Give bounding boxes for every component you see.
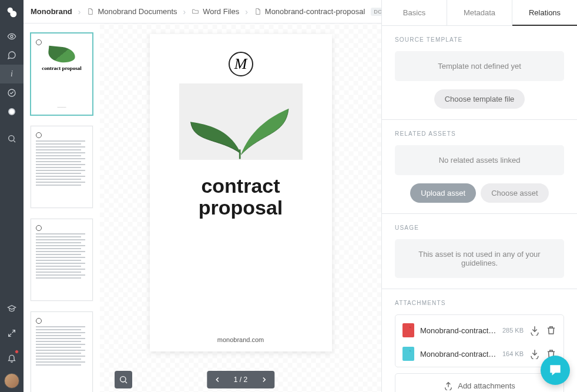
- document-viewer: M contractproposal: [100, 24, 381, 392]
- sidebar-academy-icon[interactable]: [0, 299, 24, 318]
- thumbnail-page-1[interactable]: contract proposal ———: [31, 33, 93, 115]
- related-assets-title: RELATED ASSETS: [395, 130, 564, 137]
- related-assets-empty: No related assets linked: [395, 145, 564, 175]
- usage-title: USAGE: [395, 225, 564, 231]
- attachments-title: ATTACHMENTS: [395, 300, 564, 306]
- folder-icon: [192, 8, 199, 15]
- viewer-pager: 1 / 2: [207, 371, 274, 388]
- indd-file-icon: [402, 347, 414, 361]
- document-icon: [86, 8, 94, 15]
- related-assets-section: RELATED ASSETS No related assets linked …: [382, 120, 577, 214]
- thumbnail-page-4[interactable]: [31, 311, 93, 392]
- thumbnail-page-3[interactable]: [31, 219, 93, 301]
- breadcrumb-item-docs[interactable]: Monobrand Documents: [86, 7, 177, 16]
- sidebar-expand-icon[interactable]: [0, 324, 24, 343]
- attachment-row: Monobrand-contract-propos... 164 KB: [402, 342, 556, 366]
- user-avatar[interactable]: [4, 373, 19, 388]
- breadcrumb: Monobrand › Monobrand Documents › Word F…: [24, 0, 381, 24]
- panel-tabs: Basics Metadata Relations: [382, 0, 577, 26]
- tab-basics[interactable]: Basics: [382, 0, 447, 25]
- details-panel: Basics Metadata Relations SOURCE TEMPLAT…: [381, 0, 577, 392]
- attachment-name[interactable]: Monobrand-contract-propo...: [420, 326, 497, 335]
- pager-indicator: 1 / 2: [228, 376, 253, 384]
- sidebar-search-icon[interactable]: [0, 129, 24, 148]
- brand-logo: M: [229, 52, 253, 76]
- choose-template-button[interactable]: Choose template file: [434, 89, 525, 109]
- download-icon[interactable]: [529, 325, 540, 336]
- tab-relations[interactable]: Relations: [512, 0, 577, 26]
- sidebar-check-icon[interactable]: [0, 83, 24, 102]
- source-template-section: SOURCE TEMPLATE Template not defined yet…: [382, 26, 577, 120]
- attachment-size: 285 KB: [502, 327, 524, 334]
- add-attachments-button[interactable]: Add attachments: [395, 373, 564, 392]
- thumbnail-page-2[interactable]: [31, 126, 93, 208]
- usage-empty: This asset is not used in any of your gu…: [395, 239, 564, 278]
- sidebar-record-icon[interactable]: [0, 102, 24, 121]
- notification-dot: [15, 350, 19, 354]
- thumbnail-strip: contract proposal ———: [24, 24, 100, 392]
- chat-launcher-button[interactable]: [541, 356, 570, 385]
- app-logo-icon: [5, 6, 18, 19]
- attachment-row: Monobrand-contract-propo... 285 KB: [402, 319, 556, 342]
- upload-asset-button[interactable]: Upload asset: [410, 183, 476, 203]
- attachment-size: 164 KB: [502, 350, 524, 357]
- breadcrumb-item-folder[interactable]: Word Files: [192, 7, 239, 16]
- document-page: M contractproposal: [150, 34, 332, 351]
- pdf-file-icon: [402, 323, 414, 337]
- svg-point-4: [9, 136, 14, 141]
- choose-asset-button[interactable]: Choose asset: [481, 183, 549, 203]
- pager-next-button[interactable]: [253, 371, 274, 388]
- chat-icon: [548, 363, 563, 378]
- zoom-button[interactable]: [115, 371, 132, 388]
- document-footer: monobrand.com: [217, 319, 264, 343]
- document-icon: [254, 8, 261, 15]
- hero-image: [179, 83, 303, 160]
- svg-point-2: [11, 35, 13, 38]
- source-template-empty: Template not defined yet: [395, 51, 564, 81]
- source-template-title: SOURCE TEMPLATE: [395, 36, 564, 43]
- sidebar-notifications-icon[interactable]: [0, 349, 24, 367]
- pager-prev-button[interactable]: [207, 371, 228, 388]
- breadcrumb-root[interactable]: Monobrand: [31, 7, 72, 16]
- attachment-name[interactable]: Monobrand-contract-propos...: [420, 350, 497, 359]
- sidebar-comment-icon[interactable]: [0, 46, 24, 65]
- tab-metadata[interactable]: Metadata: [447, 0, 512, 25]
- svg-point-5: [120, 377, 126, 382]
- download-icon[interactable]: [529, 349, 540, 359]
- breadcrumb-item-file[interactable]: Monobrand-contract-proposal: [254, 7, 365, 16]
- document-title: contractproposal: [199, 175, 283, 219]
- left-sidebar: i: [0, 0, 24, 392]
- svg-point-1: [10, 11, 16, 17]
- usage-section: USAGE This asset is not used in any of y…: [382, 214, 577, 289]
- delete-icon[interactable]: [546, 325, 556, 336]
- sidebar-view-icon[interactable]: [0, 27, 24, 46]
- upload-icon: [444, 381, 453, 390]
- sidebar-info-icon[interactable]: i: [0, 65, 24, 83]
